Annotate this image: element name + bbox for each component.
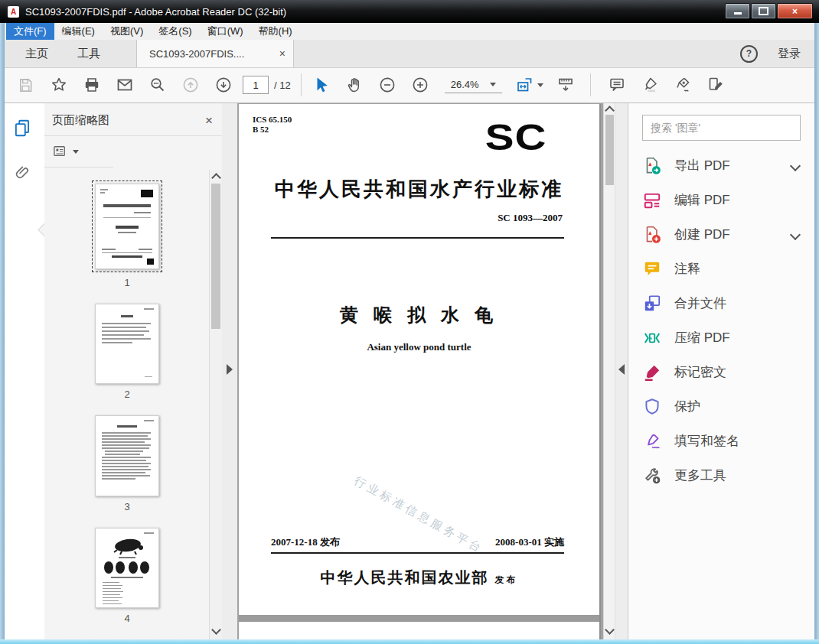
thumbnail-list: 1 2 <box>44 170 210 639</box>
thumbnail-page-4[interactable] <box>95 528 159 608</box>
search-tools-input[interactable] <box>642 115 801 141</box>
tool-edit-pdf[interactable]: 编辑 PDF <box>628 183 814 217</box>
document-view[interactable]: ICS 65.150 B 52 SC 中华人民共和国水产行业标准 SC 1093… <box>237 102 603 639</box>
document-title-en: Asian yellow pond turtle <box>239 341 599 353</box>
help-icon[interactable]: ? <box>740 45 758 63</box>
pdf-page: ICS 65.150 B 52 SC 中华人民共和国水产行业标准 SC 1093… <box>239 104 601 639</box>
implement-date: 2008-03-01 实施 <box>495 535 564 549</box>
more-tools-wrench-icon <box>642 466 662 486</box>
combine-files-icon <box>642 294 662 314</box>
page-display-button[interactable] <box>550 69 582 101</box>
maximize-button[interactable] <box>751 3 776 19</box>
star-icon <box>50 76 68 94</box>
zoom-in-button[interactable] <box>404 69 437 101</box>
select-tool-button[interactable] <box>305 69 338 101</box>
tool-comment[interactable]: 注释 <box>628 252 814 286</box>
acrobat-file-icon: A <box>8 6 19 18</box>
collapse-right-arrow-icon[interactable] <box>227 364 233 375</box>
tool-create-pdf[interactable]: 创建 PDF <box>628 217 814 252</box>
scroll-up-icon[interactable] <box>605 106 615 115</box>
page-number-input[interactable] <box>243 76 269 94</box>
chevron-down-icon[interactable] <box>790 229 801 239</box>
previous-page-button[interactable] <box>174 69 207 101</box>
menu-file[interactable]: 文件(F) <box>6 23 54 40</box>
scroll-up-icon[interactable] <box>211 173 221 183</box>
page-count-label: / 12 <box>274 80 291 91</box>
save-button[interactable] <box>9 69 42 101</box>
zoom-in-icon <box>411 76 429 94</box>
sign-in-button[interactable]: 登录 <box>778 47 801 61</box>
sign-tool-button[interactable] <box>667 69 700 101</box>
tab-home[interactable]: 主页 <box>11 40 63 67</box>
tool-redact[interactable]: 标记密文 <box>628 355 814 389</box>
menu-help[interactable]: 帮助(H) <box>251 23 300 40</box>
tool-protect[interactable]: 保护 <box>628 389 814 424</box>
menu-sign[interactable]: 签名(S) <box>151 23 199 40</box>
next-page-button[interactable] <box>207 69 240 101</box>
scroll-down-icon[interactable] <box>211 625 221 635</box>
hand-icon <box>345 76 364 94</box>
publisher-suffix: 发布 <box>495 574 518 585</box>
favorites-button[interactable] <box>42 69 75 101</box>
email-button[interactable] <box>108 69 141 101</box>
print-button[interactable] <box>75 69 108 101</box>
tab-tools[interactable]: 工具 <box>63 40 115 67</box>
comment-icon <box>642 259 662 279</box>
print-icon <box>83 76 101 94</box>
tool-label: 编辑 PDF <box>674 191 730 209</box>
fountain-pen-icon <box>674 76 692 94</box>
panel-close-icon[interactable]: × <box>205 114 213 127</box>
horizontal-rule <box>271 552 564 554</box>
tool-export-pdf[interactable]: 导出 PDF <box>628 148 814 183</box>
thumbnail-options-button[interactable] <box>44 136 113 168</box>
fill-sign-tool-button[interactable] <box>700 69 733 101</box>
thumbnail-page-2[interactable] <box>95 304 159 384</box>
tool-label: 合并文件 <box>674 294 726 312</box>
menu-window[interactable]: 窗口(W) <box>200 23 251 40</box>
menu-edit[interactable]: 编辑(E) <box>54 23 103 40</box>
collapse-left-arrow-icon[interactable] <box>618 364 625 375</box>
thumbnail-page-3[interactable] <box>95 415 159 496</box>
attachments-paperclip-icon[interactable] <box>13 164 31 182</box>
tool-label: 注释 <box>674 260 700 278</box>
sc-logo: SC <box>485 116 547 158</box>
scrollbar-thumb[interactable] <box>605 115 614 185</box>
thumbnails-scrollbar[interactable] <box>209 170 222 639</box>
zoom-out-button[interactable] <box>371 69 404 101</box>
document-scrollbar[interactable] <box>603 102 615 639</box>
minimize-icon <box>734 12 742 15</box>
thumbnail-label: 1 <box>124 277 129 288</box>
zoom-level-dropdown[interactable]: 26.4% <box>445 76 502 93</box>
tool-label: 保护 <box>674 398 700 415</box>
tool-fill-sign[interactable]: 填写和签名 <box>628 424 814 458</box>
scroll-down-icon[interactable] <box>605 625 615 635</box>
fit-width-button[interactable] <box>510 69 550 101</box>
minimize-button[interactable] <box>725 3 750 19</box>
ics-classification: ICS 65.150 B 52 <box>253 115 292 135</box>
options-list-icon <box>52 144 67 159</box>
maximize-icon <box>759 7 768 15</box>
hand-tool-button[interactable] <box>338 69 371 101</box>
tab-close-icon[interactable]: × <box>279 48 286 59</box>
close-icon: × <box>792 7 798 16</box>
thumbnail-page-1[interactable] <box>92 181 162 272</box>
tool-combine-files[interactable]: 合并文件 <box>628 286 814 320</box>
tool-compress-pdf[interactable]: 压缩 PDF <box>628 320 814 355</box>
fit-width-icon <box>515 76 534 94</box>
compress-pdf-icon <box>642 328 662 348</box>
highlight-tool-button[interactable] <box>634 69 667 101</box>
page-scan-border <box>239 615 599 622</box>
create-pdf-icon <box>642 225 662 245</box>
menu-view[interactable]: 视图(V) <box>103 23 151 40</box>
toolbar-separator <box>301 73 302 96</box>
page-thumbnails-icon[interactable] <box>12 118 32 138</box>
scrollbar-thumb[interactable] <box>211 184 220 329</box>
chevron-down-icon[interactable] <box>790 160 801 171</box>
comment-tool-button[interactable] <box>601 69 634 101</box>
tool-more-tools[interactable]: 更多工具 <box>628 458 814 493</box>
close-button[interactable]: × <box>777 3 813 19</box>
tab-document[interactable]: SC1093-2007FDIS.... × <box>136 40 294 67</box>
tool-label: 更多工具 <box>674 467 726 484</box>
search-button[interactable] <box>141 69 174 101</box>
issue-date: 2007-12-18 发布 <box>271 535 340 549</box>
